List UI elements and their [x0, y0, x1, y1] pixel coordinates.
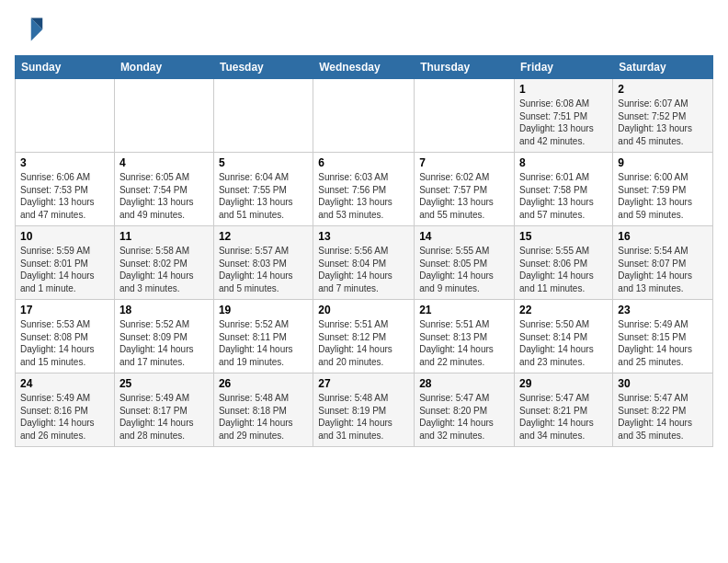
- day-number: 17: [20, 304, 109, 316]
- day-number: 3: [20, 156, 109, 169]
- day-number: 27: [318, 377, 409, 390]
- day-info: Sunrise: 6:07 AMSunset: 7:52 PMDaylight:…: [618, 98, 708, 147]
- day-info: Sunrise: 5:50 AMSunset: 8:14 PMDaylight:…: [519, 318, 608, 368]
- weekday-header: Tuesday: [213, 56, 313, 79]
- calendar-cell: 12Sunrise: 5:57 AMSunset: 8:03 PMDayligh…: [213, 226, 313, 300]
- day-info: Sunrise: 6:01 AMSunset: 7:58 PMDaylight:…: [519, 171, 608, 221]
- logo-icon: [15, 15, 44, 44]
- day-info: Sunrise: 5:52 AMSunset: 8:09 PMDaylight:…: [119, 318, 209, 368]
- calendar-cell: [313, 79, 415, 153]
- calendar-cell: [16, 79, 115, 153]
- day-number: 15: [519, 230, 608, 243]
- day-number: 18: [119, 304, 209, 316]
- day-number: 29: [519, 377, 608, 390]
- day-info: Sunrise: 6:02 AMSunset: 7:57 PMDaylight:…: [419, 171, 509, 221]
- day-info: Sunrise: 5:47 AMSunset: 8:22 PMDaylight:…: [618, 392, 708, 442]
- day-info: Sunrise: 5:56 AMSunset: 8:04 PMDaylight:…: [318, 245, 409, 294]
- day-number: 25: [119, 377, 209, 390]
- day-info: Sunrise: 5:57 AMSunset: 8:03 PMDaylight:…: [219, 245, 308, 294]
- weekday-header: Sunday: [16, 56, 115, 79]
- calendar-cell: 10Sunrise: 5:59 AMSunset: 8:01 PMDayligh…: [16, 226, 115, 300]
- calendar-cell: 9Sunrise: 6:00 AMSunset: 7:59 PMDaylight…: [613, 153, 713, 226]
- day-info: Sunrise: 5:51 AMSunset: 8:13 PMDaylight:…: [419, 318, 509, 368]
- calendar-week-row: 10Sunrise: 5:59 AMSunset: 8:01 PMDayligh…: [16, 226, 713, 300]
- calendar-cell: 16Sunrise: 5:54 AMSunset: 8:07 PMDayligh…: [613, 226, 713, 300]
- day-number: 26: [219, 377, 308, 390]
- calendar-cell: 17Sunrise: 5:53 AMSunset: 8:08 PMDayligh…: [16, 300, 115, 373]
- day-info: Sunrise: 5:54 AMSunset: 8:07 PMDaylight:…: [618, 245, 708, 294]
- day-info: Sunrise: 6:00 AMSunset: 7:59 PMDaylight:…: [618, 171, 708, 221]
- day-number: 7: [419, 156, 509, 169]
- day-number: 28: [419, 377, 509, 390]
- day-info: Sunrise: 5:55 AMSunset: 8:06 PMDaylight:…: [519, 245, 608, 294]
- day-number: 14: [419, 230, 509, 243]
- day-number: 13: [318, 230, 409, 243]
- calendar-cell: 14Sunrise: 5:55 AMSunset: 8:05 PMDayligh…: [415, 226, 515, 300]
- day-info: Sunrise: 5:53 AMSunset: 8:08 PMDaylight:…: [20, 318, 109, 368]
- calendar-cell: 21Sunrise: 5:51 AMSunset: 8:13 PMDayligh…: [415, 300, 515, 373]
- calendar-cell: [114, 79, 213, 153]
- day-info: Sunrise: 5:55 AMSunset: 8:05 PMDaylight:…: [419, 245, 509, 294]
- calendar-week-row: 1Sunrise: 6:08 AMSunset: 7:51 PMDaylight…: [16, 79, 713, 153]
- day-info: Sunrise: 5:49 AMSunset: 8:16 PMDaylight:…: [20, 392, 109, 442]
- day-info: Sunrise: 5:49 AMSunset: 8:17 PMDaylight:…: [119, 392, 209, 442]
- day-info: Sunrise: 5:51 AMSunset: 8:12 PMDaylight:…: [318, 318, 409, 368]
- calendar-cell: 18Sunrise: 5:52 AMSunset: 8:09 PMDayligh…: [114, 300, 213, 373]
- calendar-cell: 20Sunrise: 5:51 AMSunset: 8:12 PMDayligh…: [313, 300, 415, 373]
- calendar-cell: [415, 79, 515, 153]
- calendar-cell: 11Sunrise: 5:58 AMSunset: 8:02 PMDayligh…: [114, 226, 213, 300]
- calendar-cell: 22Sunrise: 5:50 AMSunset: 8:14 PMDayligh…: [515, 300, 613, 373]
- calendar-cell: 5Sunrise: 6:04 AMSunset: 7:55 PMDaylight…: [213, 153, 313, 226]
- calendar-cell: 6Sunrise: 6:03 AMSunset: 7:56 PMDaylight…: [313, 153, 415, 226]
- day-number: 10: [20, 230, 109, 243]
- calendar-cell: 26Sunrise: 5:48 AMSunset: 8:18 PMDayligh…: [213, 373, 313, 447]
- day-number: 2: [618, 83, 708, 96]
- calendar-cell: 3Sunrise: 6:06 AMSunset: 7:53 PMDaylight…: [16, 153, 115, 226]
- day-number: 16: [618, 230, 708, 243]
- calendar-cell: 28Sunrise: 5:47 AMSunset: 8:20 PMDayligh…: [415, 373, 515, 447]
- day-number: 4: [119, 156, 209, 169]
- day-info: Sunrise: 6:03 AMSunset: 7:56 PMDaylight:…: [318, 171, 409, 221]
- calendar-cell: 27Sunrise: 5:48 AMSunset: 8:19 PMDayligh…: [313, 373, 415, 447]
- day-number: 19: [219, 304, 308, 316]
- day-info: Sunrise: 5:49 AMSunset: 8:15 PMDaylight:…: [618, 318, 708, 368]
- day-info: Sunrise: 5:52 AMSunset: 8:11 PMDaylight:…: [219, 318, 308, 368]
- day-number: 11: [119, 230, 209, 243]
- day-number: 23: [618, 304, 708, 316]
- day-number: 20: [318, 304, 409, 316]
- calendar-cell: 30Sunrise: 5:47 AMSunset: 8:22 PMDayligh…: [613, 373, 713, 447]
- calendar-cell: 2Sunrise: 6:07 AMSunset: 7:52 PMDaylight…: [613, 79, 713, 153]
- day-info: Sunrise: 5:59 AMSunset: 8:01 PMDaylight:…: [20, 245, 109, 294]
- weekday-header: Saturday: [613, 56, 713, 79]
- day-info: Sunrise: 6:06 AMSunset: 7:53 PMDaylight:…: [20, 171, 109, 221]
- calendar-cell: 29Sunrise: 5:47 AMSunset: 8:21 PMDayligh…: [515, 373, 613, 447]
- day-info: Sunrise: 6:08 AMSunset: 7:51 PMDaylight:…: [519, 98, 608, 147]
- day-info: Sunrise: 5:48 AMSunset: 8:19 PMDaylight:…: [318, 392, 409, 442]
- calendar-cell: 4Sunrise: 6:05 AMSunset: 7:54 PMDaylight…: [114, 153, 213, 226]
- day-number: 12: [219, 230, 308, 243]
- weekday-header: Thursday: [415, 56, 515, 79]
- calendar-cell: 19Sunrise: 5:52 AMSunset: 8:11 PMDayligh…: [213, 300, 313, 373]
- day-number: 24: [20, 377, 109, 390]
- calendar-cell: 7Sunrise: 6:02 AMSunset: 7:57 PMDaylight…: [415, 153, 515, 226]
- day-info: Sunrise: 6:04 AMSunset: 7:55 PMDaylight:…: [219, 171, 308, 221]
- day-number: 22: [519, 304, 608, 316]
- weekday-header: Wednesday: [313, 56, 415, 79]
- calendar-cell: 1Sunrise: 6:08 AMSunset: 7:51 PMDaylight…: [515, 79, 613, 153]
- day-number: 21: [419, 304, 509, 316]
- day-number: 6: [318, 156, 409, 169]
- weekday-header: Friday: [515, 56, 613, 79]
- calendar-week-row: 17Sunrise: 5:53 AMSunset: 8:08 PMDayligh…: [16, 300, 713, 373]
- day-info: Sunrise: 5:48 AMSunset: 8:18 PMDaylight:…: [219, 392, 308, 442]
- calendar-cell: 23Sunrise: 5:49 AMSunset: 8:15 PMDayligh…: [613, 300, 713, 373]
- day-info: Sunrise: 5:58 AMSunset: 8:02 PMDaylight:…: [119, 245, 209, 294]
- calendar-cell: 25Sunrise: 5:49 AMSunset: 8:17 PMDayligh…: [114, 373, 213, 447]
- calendar-week-row: 24Sunrise: 5:49 AMSunset: 8:16 PMDayligh…: [16, 373, 713, 447]
- calendar-cell: [213, 79, 313, 153]
- day-number: 5: [219, 156, 308, 169]
- weekday-header-row: SundayMondayTuesdayWednesdayThursdayFrid…: [16, 56, 713, 79]
- day-number: 1: [519, 83, 608, 96]
- calendar-cell: 8Sunrise: 6:01 AMSunset: 7:58 PMDaylight…: [515, 153, 613, 226]
- logo: [15, 15, 48, 44]
- calendar-week-row: 3Sunrise: 6:06 AMSunset: 7:53 PMDaylight…: [16, 153, 713, 226]
